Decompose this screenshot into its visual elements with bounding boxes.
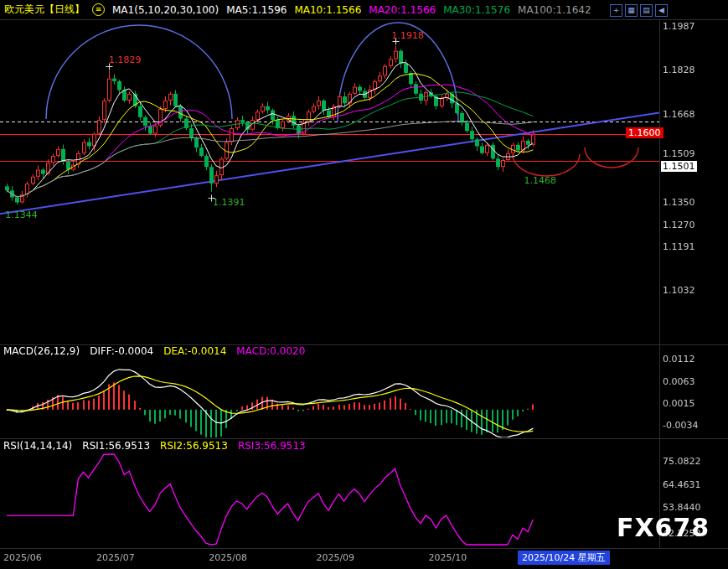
main-axis-label: 1.1032 [663, 285, 695, 296]
ma-settings-label: MA1(5,10,20,30,100) [112, 4, 219, 16]
dateaxis-separator [0, 548, 728, 549]
rsi-axis-label: 75.0822 [663, 456, 701, 467]
watermark: FX678 [617, 513, 710, 542]
macd-title: MACD(26,12,9) [3, 345, 80, 357]
ma30-value: MA30:1.1576 [443, 4, 510, 16]
macd-header: MACD(26,12,9) DIFF:-0.0004 DEA:-0.0014 M… [3, 345, 305, 357]
rsi-header: RSI(14,14,14) RSI1:56.9513 RSI2:56.9513 … [3, 440, 306, 452]
macd-axis-label: 0.0015 [663, 398, 695, 409]
ma5-value: MA5:1.1596 [226, 4, 287, 16]
toolbar-list-icon[interactable]: ▤ [640, 4, 653, 17]
macd-axis-label: 0.0112 [663, 354, 695, 365]
current-price-tag: 1.1600 [626, 127, 663, 138]
macd-macd-value: MACD:0.0020 [236, 345, 305, 357]
main-axis-label: 1.1191 [663, 241, 695, 252]
rsi-title: RSI(14,14,14) [3, 440, 72, 452]
toolbar-plus-icon[interactable]: + [610, 4, 622, 17]
toolbar-grid-icon[interactable]: ▦ [625, 4, 638, 17]
main-chart-canvas[interactable] [0, 20, 659, 345]
toolbar-collapse-icon[interactable]: ◀ [655, 4, 668, 17]
toolbar-icons: + ▦ ▤ ◀ [610, 4, 668, 17]
main-axis-label: 1.1509 [663, 148, 695, 159]
date-label: 2025/10 [429, 552, 467, 563]
ma10-value: MA10:1.1566 [294, 4, 361, 16]
rsi-axis-label: 53.8440 [663, 502, 701, 513]
main-axis-label: 1.1501 [661, 161, 697, 172]
date-label: 2025/08 [209, 552, 247, 563]
axis-separator [659, 20, 660, 548]
rsi2-value: RSI2:56.9513 [160, 440, 228, 452]
rsi3-value: RSI3:56.9513 [238, 440, 306, 452]
date-label: 2025/07 [96, 552, 135, 563]
main-axis-label: 1.1987 [663, 21, 695, 32]
ma100-value: MA100:1.1642 [518, 4, 591, 16]
macd-dea-value: DEA:-0.0014 [163, 345, 226, 357]
main-axis-label: 1.1668 [663, 109, 695, 120]
rsi-axis-label: 64.4631 [663, 479, 701, 490]
chart-application: 欧元美元【日线】 ≡ MA1(5,10,20,30,100) MA5:1.159… [0, 0, 728, 569]
symbol-title[interactable]: 欧元美元【日线】 [4, 3, 85, 17]
main-axis-label: 1.1350 [663, 197, 695, 208]
current-date-tag: 2025/10/24 星期五 [518, 551, 610, 565]
macd-diff-value: DIFF:-0.0004 [90, 345, 153, 357]
date-label: 2025/06 [3, 552, 42, 563]
main-axis-label: 1.1828 [663, 65, 695, 75]
macd-axis-label: -0.0034 [663, 420, 698, 431]
macd-canvas[interactable] [0, 355, 659, 437]
rsi-canvas[interactable] [0, 453, 659, 546]
main-axis-label: 1.1270 [663, 220, 695, 230]
symbol-settings-icon[interactable]: ≡ [92, 3, 105, 16]
date-label: 2025/09 [316, 552, 354, 563]
ma20-value: MA20:1.1566 [369, 4, 436, 16]
topbar: 欧元美元【日线】 ≡ MA1(5,10,20,30,100) MA5:1.159… [0, 0, 728, 19]
rsi-separator [0, 438, 728, 439]
macd-axis-label: 0.0063 [663, 376, 695, 387]
rsi1-value: RSI1:56.9513 [82, 440, 150, 452]
